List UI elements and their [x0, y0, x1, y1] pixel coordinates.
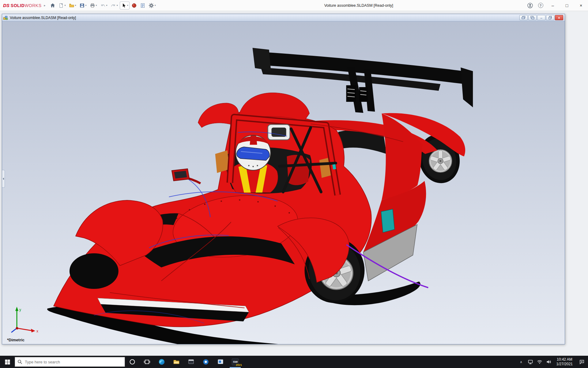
account-icon — [527, 2, 533, 9]
desktop-screen: DSSOLIDWORKS ▸ ▾ ▾ ▾ ▾ — [0, 0, 588, 368]
taskbar-clock[interactable]: 10:42 AM 1/27/2021 — [553, 357, 576, 366]
clock-date: 1/27/2021 — [556, 362, 573, 366]
taskbar-search[interactable] — [15, 357, 125, 367]
dropdown-arrow-icon[interactable]: ▾ — [155, 4, 156, 7]
taskbar: SW 2021 ∧ — [0, 356, 588, 368]
titlebar-right-controls: ? – □ × — [525, 0, 588, 11]
ds-logo: DS — [3, 3, 9, 8]
menu-flyout-arrow-icon[interactable]: ▸ — [44, 4, 46, 7]
3dexperience-sphere-icon — [131, 3, 137, 8]
tray-display-button[interactable] — [526, 356, 535, 368]
tray-hidden-icons-button[interactable]: ∧ — [517, 356, 526, 368]
redo-icon — [111, 3, 116, 8]
race-car-model[interactable] — [2, 21, 565, 344]
view-orientation-label: *Dimetric — [7, 338, 24, 342]
file-explorer-button[interactable] — [169, 356, 184, 368]
save-icon — [79, 3, 85, 8]
search-input[interactable] — [25, 360, 122, 364]
dropdown-arrow-icon[interactable]: ▾ — [127, 4, 128, 7]
select-tool-button[interactable]: ▾ — [120, 2, 130, 10]
new-window-icon — [522, 16, 526, 19]
design-binder-button[interactable] — [139, 2, 147, 10]
y-axis-arrow — [15, 307, 18, 311]
print-button[interactable]: ▾ — [89, 2, 98, 10]
edge-icon — [158, 358, 165, 366]
redo-button[interactable]: ▾ — [109, 2, 119, 10]
save-button[interactable]: ▾ — [78, 2, 88, 10]
x-axis-label: x — [36, 329, 38, 333]
document-titlebar[interactable]: Voiture assomblee.SLDASM [Read-only] – × — [2, 14, 565, 21]
doc-new-window-button[interactable] — [519, 15, 528, 20]
windows-logo-icon — [4, 359, 11, 365]
dropdown-arrow-icon[interactable]: ▾ — [106, 4, 107, 7]
dropdown-arrow-icon[interactable]: ▾ — [65, 4, 66, 7]
help-button[interactable]: ? — [535, 1, 546, 10]
display-icon — [527, 359, 533, 365]
app-close-button[interactable]: × — [574, 0, 588, 11]
home-button[interactable] — [49, 2, 57, 10]
app-titlebar: DSSOLIDWORKS ▸ ▾ ▾ ▾ ▾ — [0, 0, 588, 11]
app-title: Voiture assomblee.SLDASM [Read-only] — [324, 3, 393, 8]
doc-cascade-button[interactable] — [528, 15, 537, 20]
cascade-windows-icon — [530, 16, 534, 19]
cortana-icon — [129, 358, 136, 365]
dropdown-arrow-icon[interactable]: ▾ — [96, 4, 97, 7]
solidworks-logo: DSSOLIDWORKS — [3, 3, 42, 8]
speaker-icon — [546, 359, 552, 365]
cortana-button[interactable] — [125, 356, 140, 368]
design-binder-icon — [140, 3, 145, 8]
wifi-icon — [537, 359, 543, 365]
options-button[interactable]: ▾ — [147, 2, 157, 10]
dropdown-arrow-icon[interactable]: ▾ — [117, 4, 118, 7]
new-document-button[interactable]: ▾ — [57, 2, 67, 10]
select-cursor-icon — [121, 3, 126, 8]
start-button[interactable] — [0, 356, 15, 368]
app-maximize-button[interactable]: □ — [560, 0, 574, 11]
media-app-button[interactable] — [213, 356, 228, 368]
app-minimize-button[interactable]: – — [546, 0, 560, 11]
3dexperience-button[interactable] — [130, 2, 138, 10]
undo-button[interactable]: ▾ — [99, 2, 109, 10]
restore-icon — [548, 16, 552, 19]
print-icon — [90, 3, 95, 8]
tray-network-button[interactable] — [535, 356, 544, 368]
options-gear-icon — [149, 3, 154, 8]
task-view-button[interactable] — [140, 356, 154, 368]
open-icon — [69, 3, 74, 8]
search-icon — [17, 359, 22, 364]
y-axis-label: y — [19, 308, 21, 312]
mdi-area: Voiture assomblee.SLDASM [Read-only] – × — [0, 11, 588, 356]
svg-text:SW: SW — [233, 360, 238, 363]
open-button[interactable]: ▾ — [68, 2, 77, 10]
console-app-button[interactable] — [184, 356, 198, 368]
panel-collapse-tab[interactable] — [2, 170, 5, 188]
dropdown-arrow-icon[interactable]: ▾ — [85, 4, 87, 7]
media-app-icon — [217, 358, 224, 366]
doc-restore-button[interactable] — [546, 15, 554, 20]
console-window-icon — [187, 358, 195, 366]
task-view-icon — [144, 358, 150, 365]
assembly-document-icon — [3, 15, 8, 20]
document-title: Voiture assomblee.SLDASM [Read-only] — [10, 16, 519, 20]
edge-button[interactable] — [154, 356, 169, 368]
dropdown-arrow-icon[interactable]: ▾ — [75, 4, 76, 7]
doc-minimize-button[interactable]: – — [537, 15, 545, 20]
account-button[interactable] — [525, 1, 535, 10]
doc-close-button[interactable]: × — [555, 15, 563, 20]
system-tray: ∧ — [517, 356, 588, 368]
solidworks-version-badge: 2021 — [236, 363, 242, 366]
blue-circle-app-button[interactable] — [198, 356, 213, 368]
side-mirror[interactable] — [172, 169, 201, 183]
action-center-button[interactable] — [576, 356, 588, 368]
home-icon — [50, 3, 55, 8]
clock-time: 10:42 AM — [557, 357, 572, 362]
new-document-icon — [58, 3, 64, 8]
graphics-viewport[interactable]: y x *Dimetric — [2, 21, 565, 344]
document-window-controls: – × — [519, 15, 563, 20]
help-icon: ? — [538, 3, 543, 8]
file-explorer-icon — [173, 358, 180, 366]
quick-access-toolbar: ▾ ▾ ▾ ▾ ▾ ▾ ▾ — [49, 2, 157, 10]
solidworks-app-button[interactable]: SW 2021 — [228, 356, 243, 368]
chevron-up-icon: ∧ — [520, 360, 522, 364]
tray-volume-button[interactable] — [544, 356, 553, 368]
